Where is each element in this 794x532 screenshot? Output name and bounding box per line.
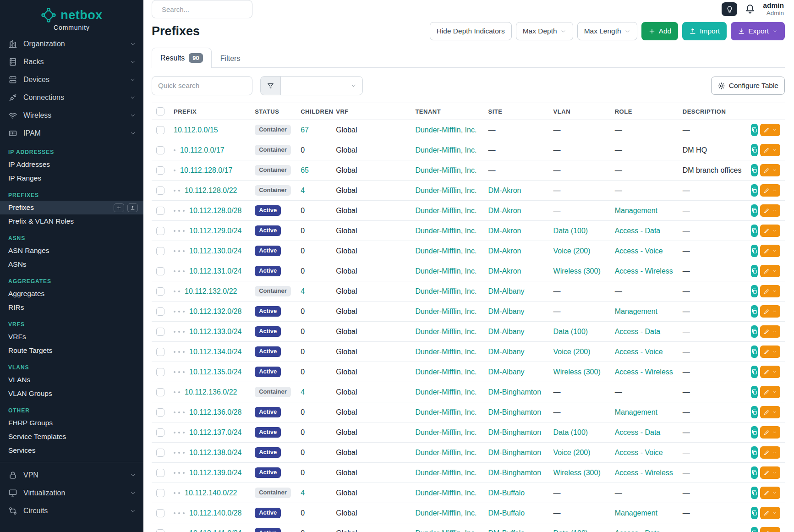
max-depth-dropdown[interactable]: Max Depth (516, 22, 573, 40)
sidebar-item-racks[interactable]: Racks (0, 53, 143, 71)
prefix-link[interactable]: 10.112.133.0/24 (189, 328, 241, 335)
sidebar-item-service-templates[interactable]: Service Templates (0, 430, 143, 444)
tenant-link[interactable]: Dunder-Mifflin, Inc. (415, 348, 476, 356)
site-link[interactable]: DM-Buffalo (488, 489, 525, 497)
filter-button[interactable] (260, 76, 280, 95)
prefix-link[interactable]: 10.112.128.0/22 (185, 186, 237, 194)
sidebar-item-prefixes[interactable]: Prefixes (0, 201, 143, 214)
tab-filters[interactable]: Filters (212, 49, 249, 68)
vlan-link[interactable]: Wireless (300) (553, 267, 601, 275)
quick-import-button[interactable] (127, 203, 138, 212)
clone-button[interactable] (751, 366, 758, 378)
site-link[interactable]: DM-Akron (488, 207, 521, 214)
prefix-link[interactable]: 10.112.136.0/28 (189, 408, 241, 416)
vlan-link[interactable]: Voice (200) (553, 247, 591, 255)
prefix-link[interactable]: 10.112.140.0/22 (185, 489, 237, 497)
role-link[interactable]: Access - Data (615, 428, 661, 436)
vlan-link[interactable]: Data (100) (553, 227, 588, 235)
column-header-description[interactable]: DESCRIPTION (678, 103, 748, 120)
clone-button[interactable] (751, 265, 758, 277)
children-count-link[interactable]: 4 (301, 489, 305, 497)
edit-dropdown-button[interactable] (760, 184, 780, 197)
sidebar-item-vlans[interactable]: VLANs (0, 373, 143, 387)
prefix-link[interactable]: 10.112.140.0/28 (189, 509, 241, 517)
vlan-link[interactable]: Wireless (300) (553, 469, 601, 477)
row-checkbox[interactable] (156, 166, 164, 175)
role-link[interactable]: Access - Voice (615, 348, 663, 356)
export-dropdown[interactable]: Export (731, 22, 785, 40)
sidebar-item-aggregates[interactable]: Aggregates (0, 287, 143, 301)
sidebar-item-prefix-vlan-roles[interactable]: Prefix & VLAN Roles (0, 214, 143, 228)
tenant-link[interactable]: Dunder-Mifflin, Inc. (415, 307, 476, 315)
clone-button[interactable] (751, 305, 758, 318)
row-checkbox[interactable] (156, 388, 164, 396)
clone-button[interactable] (751, 184, 758, 197)
row-checkbox[interactable] (156, 428, 164, 437)
add-button[interactable]: Add (641, 22, 679, 40)
row-checkbox[interactable] (156, 307, 164, 316)
role-link[interactable]: Management (615, 408, 657, 416)
column-header-vrf[interactable]: VRF (331, 103, 411, 120)
filter-field-select[interactable] (280, 76, 363, 95)
column-header-vlan[interactable]: VLAN (549, 103, 610, 120)
notifications-bell-icon[interactable] (745, 4, 756, 15)
clone-button[interactable] (751, 124, 758, 136)
role-link[interactable]: Access - Data (615, 328, 661, 335)
tenant-link[interactable]: Dunder-Mifflin, Inc. (415, 368, 476, 376)
prefix-link[interactable]: 10.112.137.0/24 (189, 428, 241, 436)
clone-button[interactable] (751, 245, 758, 257)
edit-dropdown-button[interactable] (760, 527, 780, 532)
tenant-link[interactable]: Dunder-Mifflin, Inc. (415, 267, 476, 275)
clone-button[interactable] (751, 346, 758, 358)
column-header-site[interactable]: SITE (483, 103, 548, 120)
edit-dropdown-button[interactable] (760, 305, 780, 318)
column-header-tenant[interactable]: TENANT (411, 103, 483, 120)
prefix-link[interactable]: 10.112.135.0/24 (189, 368, 241, 376)
row-checkbox[interactable] (156, 227, 164, 235)
role-link[interactable]: Access - Wireless (615, 368, 673, 376)
site-link[interactable]: DM-Albany (488, 348, 524, 356)
sidebar-item-vrfs[interactable]: VRFs (0, 330, 143, 344)
role-link[interactable]: Access - Wireless (615, 267, 673, 275)
role-link[interactable]: Access - Data (615, 529, 661, 532)
sidebar-item-asn-ranges[interactable]: ASN Ranges (0, 244, 143, 258)
clone-button[interactable] (751, 426, 758, 439)
prefix-link[interactable]: 10.112.132.0/22 (185, 287, 237, 295)
role-link[interactable]: Access - Data (615, 227, 661, 235)
column-header-prefix[interactable]: PREFIX (169, 103, 250, 120)
clone-button[interactable] (751, 204, 758, 217)
tenant-link[interactable]: Dunder-Mifflin, Inc. (415, 186, 476, 194)
tenant-link[interactable]: Dunder-Mifflin, Inc. (415, 328, 476, 335)
clone-button[interactable] (751, 325, 758, 338)
edit-dropdown-button[interactable] (760, 325, 780, 338)
row-checkbox[interactable] (156, 489, 164, 497)
prefix-link[interactable]: 10.112.131.0/24 (189, 267, 241, 275)
tenant-link[interactable]: Dunder-Mifflin, Inc. (415, 126, 476, 134)
prefix-link[interactable]: 10.112.0.0/15 (174, 126, 218, 134)
tenant-link[interactable]: Dunder-Mifflin, Inc. (415, 207, 476, 214)
row-checkbox[interactable] (156, 267, 164, 275)
vlan-link[interactable]: Voice (200) (553, 449, 591, 456)
tab-results[interactable]: Results90 (152, 48, 212, 68)
row-checkbox[interactable] (156, 328, 164, 336)
tenant-link[interactable]: Dunder-Mifflin, Inc. (415, 469, 476, 477)
sidebar-item-connections[interactable]: Connections (0, 88, 143, 106)
theme-toggle-button[interactable] (722, 2, 737, 16)
row-checkbox[interactable] (156, 247, 164, 255)
vlan-link[interactable]: Data (100) (553, 529, 588, 532)
row-checkbox[interactable] (156, 287, 164, 296)
edit-dropdown-button[interactable] (760, 245, 780, 257)
edit-dropdown-button[interactable] (760, 164, 780, 176)
children-count-link[interactable]: 4 (301, 287, 305, 295)
sidebar-item-ip-ranges[interactable]: IP Ranges (0, 171, 143, 185)
clone-button[interactable] (751, 507, 758, 519)
site-link[interactable]: DM-Albany (488, 368, 524, 376)
configure-table-button[interactable]: Configure Table (711, 77, 785, 95)
vlan-link[interactable]: Voice (200) (553, 348, 591, 356)
edit-dropdown-button[interactable] (760, 386, 780, 398)
tenant-link[interactable]: Dunder-Mifflin, Inc. (415, 449, 476, 456)
edit-dropdown-button[interactable] (760, 124, 780, 136)
edit-dropdown-button[interactable] (760, 204, 780, 217)
prefix-link[interactable]: 10.112.132.0/28 (189, 307, 241, 315)
site-link[interactable]: DM-Akron (488, 247, 521, 255)
